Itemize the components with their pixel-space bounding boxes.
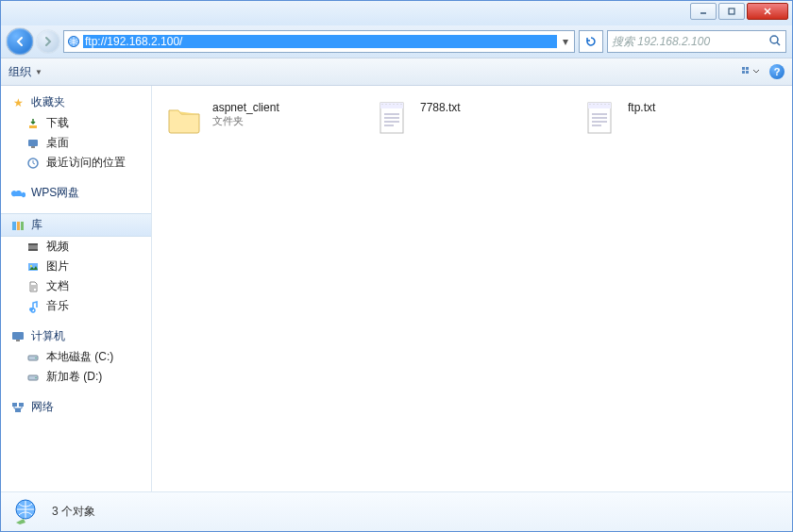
sidebar-item-label: 音乐 — [46, 298, 69, 314]
search-input[interactable] — [612, 35, 768, 48]
sidebar-favorites-label: 收藏夹 — [31, 94, 65, 110]
network-icon — [10, 400, 25, 415]
organize-label: 组织 — [8, 64, 31, 80]
download-icon — [25, 116, 41, 131]
sidebar-wps[interactable]: WPS网盘 — [1, 182, 151, 204]
svg-rect-1 — [729, 8, 734, 14]
video-icon — [25, 240, 41, 255]
recent-icon — [25, 156, 41, 171]
text-file-icon — [371, 97, 413, 139]
file-type: 文件夹 — [212, 114, 279, 128]
svg-line-6 — [777, 42, 780, 45]
sidebar-group-wps: WPS网盘 — [1, 182, 151, 204]
sidebar-network-label: 网络 — [31, 399, 54, 415]
navbar: ▾ — [1, 25, 792, 58]
computer-icon — [10, 329, 25, 344]
address-input[interactable] — [83, 35, 557, 48]
svg-point-22 — [30, 265, 32, 267]
statusbar: 3 个对象 — [1, 491, 792, 531]
svg-rect-32 — [15, 408, 21, 412]
sidebar-item-music[interactable]: 音乐 — [1, 296, 151, 316]
sidebar-libraries[interactable]: 库 — [1, 213, 151, 237]
document-icon — [25, 279, 41, 294]
file-name: 7788.txt — [420, 101, 461, 114]
file-item-folder[interactable]: aspnet_client 文件夹 — [161, 95, 350, 141]
picture-icon — [25, 259, 41, 274]
sidebar-item-drive-c[interactable]: 本地磁盘 (C:) — [1, 347, 151, 367]
file-item-text[interactable]: ftp.txt — [577, 95, 766, 141]
titlebar — [1, 1, 792, 25]
maximize-button[interactable] — [718, 3, 745, 20]
file-name: ftp.txt — [628, 101, 655, 114]
svg-rect-7 — [742, 67, 745, 70]
sidebar-item-recent[interactable]: 最近访问的位置 — [1, 153, 151, 173]
sidebar-item-desktop[interactable]: 桌面 — [1, 133, 151, 153]
svg-point-23 — [29, 308, 33, 311]
sidebar-item-downloads[interactable]: 下载 — [1, 113, 151, 133]
address-dropdown-button[interactable]: ▾ — [557, 35, 574, 48]
sidebar-wps-label: WPS网盘 — [31, 185, 79, 201]
sidebar-item-documents[interactable]: 文档 — [1, 276, 151, 296]
libraries-icon — [10, 218, 25, 233]
svg-rect-12 — [28, 140, 38, 146]
svg-rect-30 — [12, 403, 17, 407]
explorer-window: ▾ 组织 ▼ ? ★ — [0, 0, 793, 532]
sidebar-item-label: 下载 — [46, 115, 69, 131]
svg-rect-15 — [12, 222, 16, 230]
star-icon: ★ — [10, 95, 25, 110]
globe-icon — [64, 35, 83, 48]
svg-rect-13 — [31, 146, 35, 148]
sidebar-computer-label: 计算机 — [31, 328, 65, 344]
music-icon — [25, 299, 41, 314]
svg-rect-34 — [380, 103, 403, 108]
close-button[interactable] — [747, 3, 788, 20]
address-bar[interactable]: ▾ — [63, 30, 575, 53]
sidebar-item-drive-d[interactable]: 新加卷 (D:) — [1, 367, 151, 387]
sidebar: ★ 收藏夹 下载 桌面 最近访问的位置 — [1, 86, 152, 491]
drive-icon — [25, 350, 41, 365]
forward-button[interactable] — [37, 30, 59, 53]
svg-point-5 — [770, 36, 778, 43]
search-icon[interactable] — [768, 34, 782, 50]
svg-rect-9 — [742, 71, 745, 74]
sidebar-group-computer: 计算机 本地磁盘 (C:) 新加卷 (D:) — [1, 325, 151, 387]
drive-icon — [25, 370, 41, 385]
folder-icon — [163, 97, 205, 139]
sidebar-computer[interactable]: 计算机 — [1, 325, 151, 347]
status-text: 3 个对象 — [52, 504, 95, 520]
svg-rect-8 — [746, 67, 749, 70]
sidebar-group-favorites: ★ 收藏夹 下载 桌面 最近访问的位置 — [1, 91, 151, 173]
refresh-button[interactable] — [579, 30, 603, 53]
svg-rect-36 — [588, 103, 611, 108]
sidebar-favorites[interactable]: ★ 收藏夹 — [1, 91, 151, 113]
svg-point-29 — [35, 376, 37, 378]
file-item-text[interactable]: 7788.txt — [369, 95, 558, 141]
desktop-icon — [25, 136, 41, 151]
sidebar-group-libraries: 库 视频 图片 文档 音乐 — [1, 213, 151, 316]
sidebar-item-label: 本地磁盘 (C:) — [46, 349, 113, 365]
file-name: aspnet_client — [212, 101, 279, 114]
view-options-button[interactable] — [741, 65, 760, 78]
svg-rect-19 — [28, 243, 38, 245]
search-box[interactable] — [607, 30, 786, 53]
body: ★ 收藏夹 下载 桌面 最近访问的位置 — [1, 86, 792, 491]
sidebar-item-label: 文档 — [46, 278, 69, 294]
cloud-icon — [10, 186, 25, 201]
sidebar-item-pictures[interactable]: 图片 — [1, 257, 151, 276]
help-button[interactable]: ? — [769, 64, 785, 79]
organize-button[interactable]: 组织 ▼ — [8, 64, 42, 80]
sidebar-item-videos[interactable]: 视频 — [1, 237, 151, 257]
sidebar-network[interactable]: 网络 — [1, 396, 151, 418]
sidebar-item-label: 新加卷 (D:) — [46, 369, 102, 385]
sidebar-item-label: 最近访问的位置 — [46, 155, 126, 171]
chevron-down-icon: ▼ — [35, 68, 42, 76]
toolbar: 组织 ▼ ? — [1, 58, 792, 86]
sidebar-item-label: 桌面 — [46, 135, 69, 151]
svg-point-27 — [35, 357, 37, 358]
svg-rect-11 — [29, 125, 37, 128]
minimize-button[interactable] — [690, 3, 717, 20]
sidebar-group-network: 网络 — [1, 396, 151, 418]
back-button[interactable] — [7, 28, 33, 55]
content-pane[interactable]: aspnet_client 文件夹 7788.txt ftp.txt — [152, 86, 792, 491]
sidebar-item-label: 视频 — [46, 239, 69, 255]
